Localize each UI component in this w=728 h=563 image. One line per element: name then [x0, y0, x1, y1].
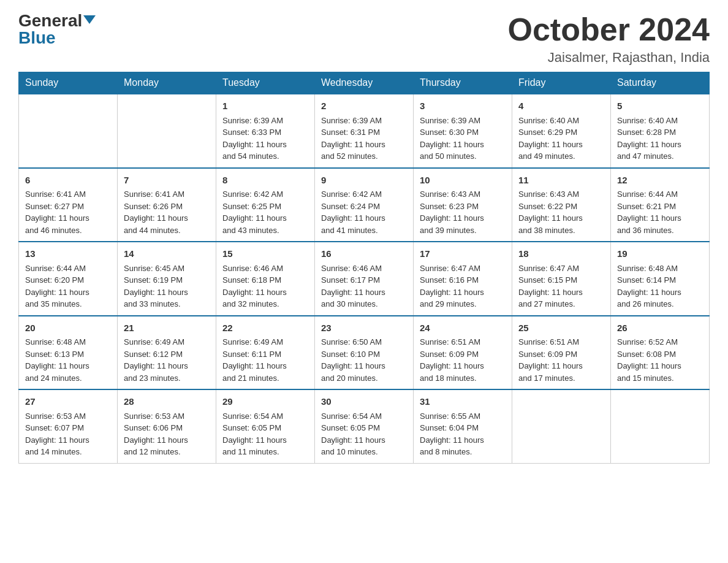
day-info: Sunrise: 6:51 AMSunset: 6:09 PMDaylight:…	[420, 337, 484, 383]
calendar-cell: 27Sunrise: 6:53 AMSunset: 6:07 PMDayligh…	[19, 389, 118, 463]
day-number: 31	[420, 395, 506, 409]
calendar-cell: 2Sunrise: 6:39 AMSunset: 6:31 PMDaylight…	[315, 94, 414, 168]
day-info: Sunrise: 6:43 AMSunset: 6:22 PMDaylight:…	[518, 190, 583, 235]
day-number: 5	[617, 99, 703, 113]
calendar-cell: 4Sunrise: 6:40 AMSunset: 6:29 PMDaylight…	[512, 94, 611, 168]
day-number: 6	[25, 174, 111, 188]
day-number: 17	[420, 247, 506, 261]
calendar-cell: 19Sunrise: 6:48 AMSunset: 6:14 PMDayligh…	[611, 242, 710, 316]
day-header-tuesday: Tuesday	[216, 72, 315, 94]
day-number: 14	[124, 247, 210, 261]
day-info: Sunrise: 6:39 AMSunset: 6:33 PMDaylight:…	[222, 116, 287, 161]
day-number: 11	[518, 174, 604, 188]
day-number: 8	[222, 174, 308, 188]
day-header-wednesday: Wednesday	[315, 72, 414, 94]
calendar-cell	[512, 389, 611, 463]
day-header-friday: Friday	[512, 72, 611, 94]
day-number: 30	[321, 395, 407, 409]
location-title: Jaisalmer, Rajasthan, India	[508, 50, 710, 66]
calendar-cell: 3Sunrise: 6:39 AMSunset: 6:30 PMDaylight…	[414, 94, 512, 168]
calendar-cell: 15Sunrise: 6:46 AMSunset: 6:18 PMDayligh…	[216, 242, 315, 316]
day-number: 4	[518, 99, 604, 113]
calendar-body: 1Sunrise: 6:39 AMSunset: 6:33 PMDaylight…	[19, 94, 710, 463]
calendar-cell: 8Sunrise: 6:42 AMSunset: 6:25 PMDaylight…	[216, 168, 315, 242]
day-number: 21	[124, 321, 210, 335]
calendar-cell: 23Sunrise: 6:50 AMSunset: 6:10 PMDayligh…	[315, 316, 414, 390]
calendar-cell: 6Sunrise: 6:41 AMSunset: 6:27 PMDaylight…	[19, 168, 118, 242]
calendar-cell: 16Sunrise: 6:46 AMSunset: 6:17 PMDayligh…	[315, 242, 414, 316]
calendar-week-2: 6Sunrise: 6:41 AMSunset: 6:27 PMDaylight…	[19, 168, 710, 242]
day-number: 22	[222, 321, 308, 335]
day-header-sunday: Sunday	[19, 72, 118, 94]
calendar-cell: 28Sunrise: 6:53 AMSunset: 6:06 PMDayligh…	[118, 389, 216, 463]
calendar-week-5: 27Sunrise: 6:53 AMSunset: 6:07 PMDayligh…	[19, 389, 710, 463]
day-info: Sunrise: 6:42 AMSunset: 6:24 PMDaylight:…	[321, 190, 385, 235]
calendar-cell: 18Sunrise: 6:47 AMSunset: 6:15 PMDayligh…	[512, 242, 611, 316]
day-number: 2	[321, 99, 407, 113]
day-info: Sunrise: 6:54 AMSunset: 6:05 PMDaylight:…	[222, 412, 287, 457]
month-title: October 2024	[508, 12, 710, 47]
calendar-cell: 13Sunrise: 6:44 AMSunset: 6:20 PMDayligh…	[19, 242, 118, 316]
calendar-cell: 14Sunrise: 6:45 AMSunset: 6:19 PMDayligh…	[118, 242, 216, 316]
day-info: Sunrise: 6:40 AMSunset: 6:29 PMDaylight:…	[518, 116, 583, 161]
day-number: 19	[617, 247, 703, 261]
day-number: 12	[617, 174, 703, 188]
day-info: Sunrise: 6:47 AMSunset: 6:15 PMDaylight:…	[518, 264, 583, 309]
day-info: Sunrise: 6:53 AMSunset: 6:07 PMDaylight:…	[25, 412, 89, 457]
logo-blue-text: Blue	[18, 29, 56, 47]
day-number: 23	[321, 321, 407, 335]
calendar-cell: 22Sunrise: 6:49 AMSunset: 6:11 PMDayligh…	[216, 316, 315, 390]
calendar-cell: 5Sunrise: 6:40 AMSunset: 6:28 PMDaylight…	[611, 94, 710, 168]
day-number: 10	[420, 174, 506, 188]
day-info: Sunrise: 6:53 AMSunset: 6:06 PMDaylight:…	[124, 412, 188, 457]
calendar-cell	[118, 94, 216, 168]
day-info: Sunrise: 6:43 AMSunset: 6:23 PMDaylight:…	[420, 190, 484, 235]
day-info: Sunrise: 6:45 AMSunset: 6:19 PMDaylight:…	[124, 264, 188, 309]
calendar-cell: 7Sunrise: 6:41 AMSunset: 6:26 PMDaylight…	[118, 168, 216, 242]
day-number: 15	[222, 247, 308, 261]
day-number: 9	[321, 174, 407, 188]
calendar-week-3: 13Sunrise: 6:44 AMSunset: 6:20 PMDayligh…	[19, 242, 710, 316]
day-number: 20	[25, 321, 111, 335]
day-info: Sunrise: 6:46 AMSunset: 6:18 PMDaylight:…	[222, 264, 287, 309]
page-header: General Blue October 2024 Jaisalmer, Raj…	[18, 12, 710, 66]
calendar-cell: 1Sunrise: 6:39 AMSunset: 6:33 PMDaylight…	[216, 94, 315, 168]
calendar-cell: 25Sunrise: 6:51 AMSunset: 6:09 PMDayligh…	[512, 316, 611, 390]
day-number: 24	[420, 321, 506, 335]
day-header-monday: Monday	[118, 72, 216, 94]
calendar-cell: 10Sunrise: 6:43 AMSunset: 6:23 PMDayligh…	[414, 168, 512, 242]
calendar-cell	[19, 94, 118, 168]
day-info: Sunrise: 6:55 AMSunset: 6:04 PMDaylight:…	[420, 412, 484, 457]
calendar-cell: 17Sunrise: 6:47 AMSunset: 6:16 PMDayligh…	[414, 242, 512, 316]
day-info: Sunrise: 6:42 AMSunset: 6:25 PMDaylight:…	[222, 190, 287, 235]
calendar-cell: 21Sunrise: 6:49 AMSunset: 6:12 PMDayligh…	[118, 316, 216, 390]
day-header-saturday: Saturday	[611, 72, 710, 94]
calendar-cell: 20Sunrise: 6:48 AMSunset: 6:13 PMDayligh…	[19, 316, 118, 390]
calendar-cell: 11Sunrise: 6:43 AMSunset: 6:22 PMDayligh…	[512, 168, 611, 242]
day-info: Sunrise: 6:39 AMSunset: 6:31 PMDaylight:…	[321, 116, 385, 161]
day-info: Sunrise: 6:51 AMSunset: 6:09 PMDaylight:…	[518, 337, 583, 383]
day-info: Sunrise: 6:48 AMSunset: 6:13 PMDaylight:…	[25, 337, 89, 383]
calendar-cell	[611, 389, 710, 463]
logo-triangle-icon	[83, 15, 96, 24]
day-number: 13	[25, 247, 111, 261]
day-header-thursday: Thursday	[414, 72, 512, 94]
day-info: Sunrise: 6:52 AMSunset: 6:08 PMDaylight:…	[617, 337, 681, 383]
calendar-cell: 12Sunrise: 6:44 AMSunset: 6:21 PMDayligh…	[611, 168, 710, 242]
day-info: Sunrise: 6:40 AMSunset: 6:28 PMDaylight:…	[617, 116, 681, 161]
calendar-header: SundayMondayTuesdayWednesdayThursdayFrid…	[19, 72, 710, 94]
day-number: 25	[518, 321, 604, 335]
logo-general-text: General	[18, 12, 82, 29]
day-info: Sunrise: 6:41 AMSunset: 6:26 PMDaylight:…	[124, 190, 188, 235]
day-info: Sunrise: 6:41 AMSunset: 6:27 PMDaylight:…	[25, 190, 89, 235]
day-number: 1	[222, 99, 308, 113]
day-number: 3	[420, 99, 506, 113]
day-info: Sunrise: 6:48 AMSunset: 6:14 PMDaylight:…	[617, 264, 681, 309]
calendar-table: SundayMondayTuesdayWednesdayThursdayFrid…	[18, 72, 710, 464]
day-number: 28	[124, 395, 210, 409]
day-info: Sunrise: 6:44 AMSunset: 6:21 PMDaylight:…	[617, 190, 681, 235]
day-info: Sunrise: 6:46 AMSunset: 6:17 PMDaylight:…	[321, 264, 385, 309]
day-info: Sunrise: 6:54 AMSunset: 6:05 PMDaylight:…	[321, 412, 385, 457]
day-info: Sunrise: 6:49 AMSunset: 6:11 PMDaylight:…	[222, 337, 287, 383]
day-info: Sunrise: 6:49 AMSunset: 6:12 PMDaylight:…	[124, 337, 188, 383]
